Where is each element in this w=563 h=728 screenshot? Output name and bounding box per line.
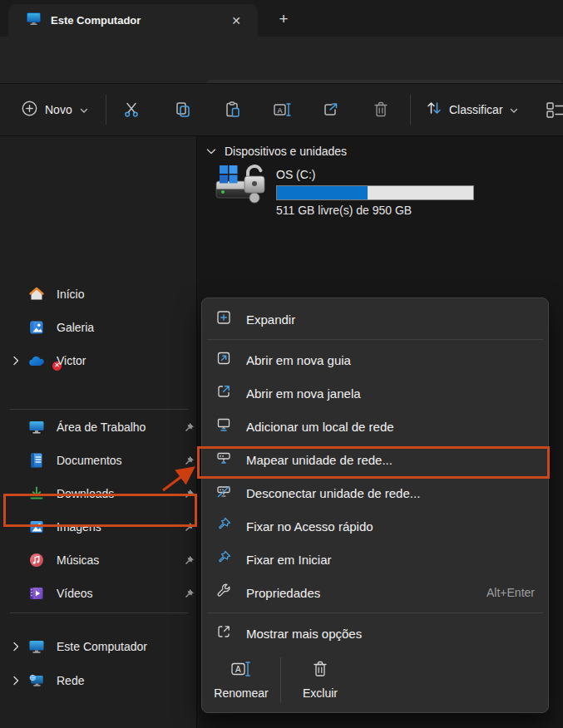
menu-item-label: Abrir em nova janela <box>246 386 361 401</box>
plus-circle-icon <box>22 101 37 120</box>
view-button[interactable] <box>541 93 563 126</box>
chevron-right-icon[interactable] <box>10 356 22 366</box>
sort-arrows-icon <box>426 100 442 120</box>
share-button[interactable] <box>314 93 348 126</box>
new-button[interactable]: Novo <box>13 93 96 126</box>
map-network-drive-icon <box>215 450 232 470</box>
menu-item-show-more-options[interactable]: Mostrar mais opções <box>202 617 548 650</box>
chevron-right-icon[interactable] <box>10 676 22 686</box>
this-pc-icon <box>28 638 45 655</box>
music-icon <box>28 552 45 568</box>
pin-icon <box>183 455 195 466</box>
paste-button[interactable] <box>216 93 249 126</box>
toolbar-separator <box>410 95 411 125</box>
rename-button[interactable]: A Renomear <box>207 655 275 705</box>
menu-item-pin-quick-access[interactable]: Fixar no Acesso rápido <box>202 509 548 543</box>
sidebar-item-videos[interactable]: Vídeos <box>0 578 197 608</box>
sidebar-item-label: Rede <box>57 674 84 687</box>
cut-button[interactable] <box>115 93 148 126</box>
menu-separator <box>207 612 543 613</box>
tab-close-icon[interactable]: ✕ <box>225 9 248 32</box>
open-new-window-icon <box>215 383 232 403</box>
menu-shortcut: Alt+Enter <box>486 586 535 599</box>
pictures-icon <box>28 519 45 535</box>
menu-item-label: Mapear unidade de rede... <box>246 453 393 467</box>
delete-button[interactable]: Excluir <box>286 655 354 705</box>
devices-section-title: Dispositivos e unidades <box>225 145 347 158</box>
show-more-options-icon <box>215 623 232 643</box>
open-new-tab-icon <box>215 350 232 370</box>
rename-icon: A <box>230 660 252 681</box>
home-icon <box>28 286 45 303</box>
sidebar-item-label: Downloads <box>57 487 114 500</box>
tab-title: Este Computador <box>51 14 225 27</box>
sidebar-item-this-pc[interactable]: Este Computador <box>0 632 197 662</box>
sort-button[interactable]: Classificar <box>419 93 525 126</box>
menu-item-label: Abrir em nova guia <box>246 353 351 367</box>
sort-button-label: Classificar <box>449 103 503 116</box>
menu-item-open-new-window[interactable]: Abrir em nova janela <box>202 376 548 410</box>
disconnect-network-drive-icon <box>215 483 232 503</box>
pin-icon <box>215 549 232 569</box>
os-drive-icon[interactable] <box>215 163 269 208</box>
sidebar-item-home[interactable]: Início <box>0 279 197 309</box>
devices-section-header[interactable]: Dispositivos e unidades <box>206 144 347 159</box>
downloads-icon <box>28 485 45 502</box>
sidebar-item-label: Imagens <box>57 520 101 534</box>
sidebar-item-label: Galeria <box>57 321 94 334</box>
sidebar-item-label: Este Computador <box>57 640 147 653</box>
tab-strip: Este Computador ✕ + <box>0 0 563 37</box>
menu-item-disconnect-network-drive[interactable]: Desconectar unidade de rede... <box>202 476 548 509</box>
chevron-right-icon[interactable] <box>10 642 22 652</box>
tab-este-computador[interactable]: Este Computador ✕ <box>8 4 258 37</box>
onedrive-cloud-icon: ✕ <box>28 352 45 369</box>
drive-capacity-bar <box>276 185 474 200</box>
wrench-icon <box>215 583 232 603</box>
menu-item-label: Fixar no Acesso rápido <box>246 519 373 534</box>
sidebar-item-onedrive[interactable]: ✕ Victor <box>0 346 197 376</box>
delete-button-label: Excluir <box>303 686 338 700</box>
menu-item-label: Fixar em Iniciar <box>246 553 332 567</box>
sidebar-item-label: Músicas <box>57 553 99 567</box>
gallery-icon <box>28 319 45 336</box>
sidebar-item-downloads[interactable]: Downloads <box>0 479 197 509</box>
new-button-label: Novo <box>45 103 72 116</box>
rename-button[interactable]: A <box>266 93 299 126</box>
menu-item-expand[interactable]: Expandir <box>202 303 548 336</box>
pin-icon <box>183 422 195 433</box>
sidebar-item-gallery[interactable]: Galeria <box>0 312 197 342</box>
sidebar-item-label: Área de Trabalho <box>57 421 146 434</box>
pin-icon <box>215 516 232 536</box>
menu-item-open-new-tab[interactable]: Abrir em nova guia <box>202 343 548 376</box>
menu-item-label: Mostrar mais opções <box>246 627 362 641</box>
sidebar-item-desktop[interactable]: Área de Trabalho <box>0 412 197 442</box>
videos-icon <box>28 585 45 602</box>
sidebar-item-music[interactable]: Músicas <box>0 545 197 575</box>
menu-item-properties[interactable]: Propriedades Alt+Enter <box>202 576 548 609</box>
add-network-location-icon <box>215 416 232 436</box>
navigation-pane: Início Galeria <box>0 136 197 728</box>
quick-actions-separator <box>280 657 281 702</box>
menu-item-pin-start[interactable]: Fixar em Iniciar <box>202 543 548 576</box>
chevron-down-icon <box>80 102 88 117</box>
documents-icon <box>28 452 45 469</box>
sidebar-separator <box>10 612 188 613</box>
new-tab-button[interactable]: + <box>271 7 296 32</box>
menu-item-map-network-drive[interactable]: Mapear unidade de rede... <box>202 443 548 476</box>
sidebar-item-documents[interactable]: Documentos <box>0 445 197 475</box>
pin-icon <box>183 588 195 599</box>
svg-text:A: A <box>278 106 283 115</box>
chevron-down-icon <box>510 102 518 117</box>
drive-name[interactable]: OS (C:) <box>276 168 315 181</box>
sidebar-item-network[interactable]: Rede <box>0 666 197 696</box>
chevron-down-icon[interactable] <box>206 144 216 159</box>
menu-item-label: Propriedades <box>246 586 320 600</box>
delete-button[interactable] <box>364 93 398 126</box>
menu-item-add-network-location[interactable]: Adicionar um local de rede <box>202 410 548 443</box>
navigation-bar: Este Computador <box>0 37 563 83</box>
drive-capacity-text: 511 GB livre(s) de 950 GB <box>276 204 412 217</box>
sidebar-item-pictures[interactable]: Imagens <box>0 512 197 542</box>
network-icon <box>28 672 45 689</box>
copy-button[interactable] <box>166 93 200 126</box>
context-menu: Expandir Abrir em nova guia Abrir em nov… <box>201 298 549 713</box>
